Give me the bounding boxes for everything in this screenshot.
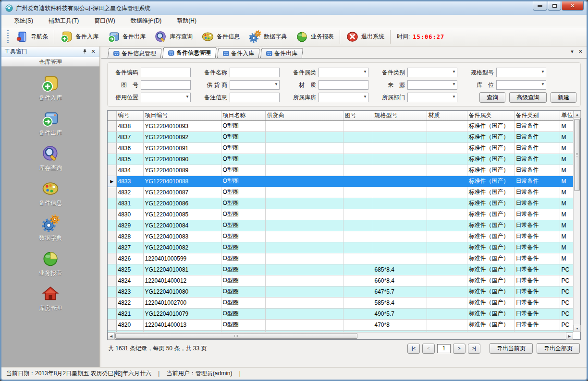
sidebar-item-parts-outbound[interactable]: 备件出库 (39, 109, 62, 137)
chevron-down-icon[interactable]: ▾ (571, 48, 574, 55)
table-row[interactable]: 4836YG12204010091O型圈标准件（国产）日常备件M (108, 143, 573, 154)
row-selector[interactable] (108, 253, 116, 264)
column-header[interactable]: 项目编号 (143, 111, 221, 120)
table-row[interactable]: ▶4833YG12204010088O型圈标准件（国产）日常备件M (108, 176, 573, 187)
table-row[interactable]: 48221220401002700O型圈585*8.4标准件（国产）日常备件PC (108, 297, 573, 308)
row-selector[interactable] (108, 297, 116, 308)
column-header[interactable]: 材质 (427, 111, 467, 120)
column-header[interactable]: 备件属类 (467, 111, 514, 120)
query-button[interactable]: 查询 (479, 92, 505, 103)
scroll-down-icon[interactable]: ▼ (574, 325, 581, 332)
scroll-right-icon[interactable]: ▶ (566, 333, 573, 340)
part-category-select[interactable]: ▼ (407, 68, 457, 77)
menu-data-maintenance[interactable]: 数据维护(D) (125, 15, 168, 27)
horizontal-scroll-thumb[interactable] (115, 333, 357, 339)
row-selector[interactable] (108, 165, 116, 176)
row-selector[interactable] (108, 319, 116, 330)
table-row[interactable]: 4827YG12204010082O型圈标准件（国产）日常备件M (108, 242, 573, 253)
minimize-button[interactable] (533, 1, 547, 11)
prev-page-button[interactable]: < (422, 344, 435, 354)
table-row[interactable]: 4825YG12204010081O型圈685*8.4标准件（国产）日常备件PC (108, 264, 573, 275)
toolbar-grip[interactable] (7, 30, 9, 44)
title-bar[interactable]: 广州爱奇迪软件科技有限公司-深田之星仓库管理系统 ✕ (1, 1, 587, 15)
department-select[interactable]: ▼ (407, 93, 457, 102)
menu-window[interactable]: 窗口(W) (88, 15, 121, 27)
maximize-button[interactable] (548, 1, 561, 11)
table-row[interactable]: 48241220401400012O型圈660*8.4标准件（国产）日常备件PC (108, 275, 573, 286)
row-selector[interactable] (108, 242, 116, 253)
vertical-scroll-thumb[interactable] (574, 119, 580, 191)
table-row[interactable]: 4838YG12204010093O型圈标准件（国产）日常备件M (108, 120, 573, 131)
next-page-button[interactable]: > (453, 344, 466, 354)
last-page-button[interactable]: >| (468, 344, 480, 354)
sidebar-item-inventory-query[interactable]: 库存查询 (39, 144, 62, 172)
business-report-button[interactable]: 业务报表 (291, 29, 338, 45)
tab-parts-outbound[interactable]: 备件出库 (260, 48, 303, 58)
page-number-input[interactable] (437, 344, 451, 353)
sidebar-item-data-dictionary[interactable]: 数据字典 (39, 214, 62, 242)
parts-outbound-button[interactable]: 备件出库 (103, 29, 150, 45)
row-selector[interactable] (108, 231, 116, 242)
sidebar-group-warehouse[interactable]: 仓库管理 (1, 57, 99, 67)
vertical-scrollbar[interactable]: ▲ ▼ (573, 111, 580, 332)
column-header[interactable]: 项目名称 (221, 111, 265, 120)
table-row[interactable]: 4832YG12204010087O型圈标准件（国产）日常备件M (108, 187, 573, 198)
table-row[interactable]: 48261220401000599O型圈标准件（国产）日常备件M (108, 253, 573, 264)
sidebar-item-parts-inbound[interactable]: 备件入库 (39, 74, 62, 102)
row-selector[interactable] (108, 264, 116, 275)
menu-help[interactable]: 帮助(H) (171, 15, 202, 27)
export-all-pages-button[interactable]: 导出全部页 (537, 343, 580, 354)
column-header[interactable]: 规格型号 (373, 111, 427, 120)
selected-row-marker[interactable]: ▶ (108, 176, 116, 187)
table-row[interactable]: 48201220401400013O型圈470*8标准件（国产）日常备件PC (108, 319, 573, 330)
table-row[interactable]: 4821YG12204010079O型圈490*5.7标准件（国产）日常备件PC (108, 308, 573, 319)
tab-parts-inbound[interactable]: 备件入库 (217, 48, 260, 58)
column-header[interactable]: 供货商 (265, 111, 343, 120)
scroll-up-icon[interactable]: ▲ (574, 111, 581, 118)
row-selector[interactable] (108, 187, 116, 198)
row-selector[interactable] (108, 131, 116, 143)
usage-position-select[interactable]: ▼ (141, 93, 191, 102)
horizontal-scrollbar[interactable]: ◀ ▶ (108, 332, 573, 339)
inventory-query-button[interactable]: 库存查询 (150, 29, 197, 45)
close-icon[interactable]: ✕ (578, 48, 583, 55)
part-genus-select[interactable]: ▼ (318, 68, 368, 77)
supplier-select[interactable]: ▼ (230, 80, 280, 90)
exit-system-button[interactable]: 退出系统 (342, 29, 389, 45)
export-current-page-button[interactable]: 导出当前页 (490, 343, 533, 354)
data-dictionary-button[interactable]: 数据字典 (244, 29, 291, 45)
row-selector[interactable] (108, 220, 116, 231)
parts-inbound-button[interactable]: 备件入库 (56, 29, 103, 45)
column-header[interactable]: 备件类别 (514, 111, 560, 120)
column-header[interactable]: 单位 (560, 111, 573, 120)
table-row[interactable]: 4831YG12204010086O型圈标准件（国产）日常备件M (108, 198, 573, 209)
sidebar-item-warehouse-mgmt[interactable]: 库房管理 (39, 285, 62, 312)
row-selector[interactable] (108, 143, 116, 154)
close-button[interactable]: ✕ (562, 1, 584, 11)
warehouse-select[interactable]: ▼ (318, 93, 368, 102)
first-page-button[interactable]: |< (407, 344, 420, 354)
part-name-input[interactable] (230, 68, 280, 77)
material-input[interactable] (318, 80, 368, 90)
table-row[interactable]: 4823YG12204010080O型圈647*5.7标准件（国产）日常备件PC (108, 286, 573, 297)
table-row[interactable]: 4834YG12204010089O型圈标准件（国产）日常备件M (108, 165, 573, 176)
column-header[interactable]: 编号 (116, 111, 143, 120)
spec-model-select[interactable]: ▼ (496, 68, 546, 77)
row-selector[interactable] (108, 120, 116, 131)
scroll-left-icon[interactable]: ◀ (108, 333, 115, 340)
new-button[interactable]: 新建 (551, 92, 576, 103)
tab-parts-info-mgmt-1[interactable]: 备件信息管理 (108, 48, 162, 58)
table-row[interactable]: 4835YG12204010090O型圈标准件（国产）日常备件M (108, 154, 573, 165)
row-selector[interactable] (108, 198, 116, 209)
row-selector[interactable] (108, 275, 116, 286)
source-select[interactable]: ▼ (407, 80, 457, 90)
table-row[interactable]: 4837YG12204010092O型圈标准件（国产）日常备件M (108, 131, 573, 143)
close-icon[interactable]: ✕ (90, 48, 97, 55)
table-row[interactable]: 4829YG12204010084O型圈标准件（国产）日常备件M (108, 220, 573, 231)
menu-aux-tools[interactable]: 辅助工具(T) (43, 15, 85, 27)
advanced-query-button[interactable]: 高级查询 (509, 92, 547, 103)
table-row[interactable]: 4830YG12204010085O型圈标准件（国产）日常备件M (108, 209, 573, 220)
remark-input[interactable] (230, 93, 280, 102)
parts-info-button[interactable]: 备件信息 (197, 29, 244, 45)
row-selector[interactable] (108, 154, 116, 165)
